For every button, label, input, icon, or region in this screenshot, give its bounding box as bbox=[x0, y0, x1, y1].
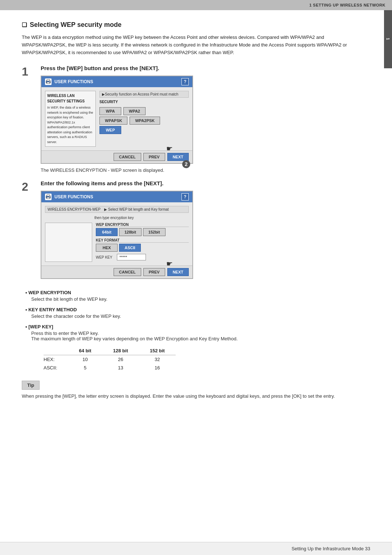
dialog-2: USER FUNCTIONS ? WIRELESS ENCRYPTION-WEP… bbox=[41, 191, 193, 279]
dialog-2-body: WIRELESS ENCRYPTION-WEP ▶ Select WEP bit… bbox=[41, 202, 192, 266]
bullet-desc-3b: The maximum length of WEP key varies dep… bbox=[31, 336, 362, 341]
wep-right-panel: WEP ENCRYPTION 64bit 128bit 152bit KEY F… bbox=[96, 223, 189, 262]
wep-key-input[interactable]: ***** bbox=[117, 254, 146, 260]
key-format-label: KEY FORMAT bbox=[96, 238, 189, 243]
bullet-desc-2: Select the character code for the WEP ke… bbox=[31, 313, 362, 319]
dialog-2-help[interactable]: ? bbox=[181, 193, 189, 200]
td-ascii-label: ASCII: bbox=[44, 364, 68, 372]
prev-button-1[interactable]: PREV bbox=[143, 153, 165, 161]
table-row-hex: HEX: 10 26 32 bbox=[44, 355, 176, 364]
step-1: 1 Press the [WEP] button and press the [… bbox=[22, 65, 362, 173]
wep-key-label: WEP KEY bbox=[96, 255, 114, 259]
step-badge-1: 2 bbox=[182, 160, 190, 168]
step-1-number: 1 bbox=[22, 66, 35, 173]
security-row-1: WPA WPA2 bbox=[99, 107, 189, 115]
bullet-title-2: KEY ENTRY METHOD bbox=[25, 307, 362, 312]
step-2-content: Enter the following items and press the … bbox=[41, 180, 362, 283]
label-title-1: WIRELESS LAN SECURITY SETTINGS bbox=[47, 93, 94, 104]
wpa2psk-button[interactable]: WPA2PSK bbox=[130, 117, 160, 125]
section-heading: Selecting WEP security mode bbox=[22, 21, 362, 29]
wep-info-bar: WIRELESS ENCRYPTION-WEP ▶ Select WEP bit… bbox=[45, 206, 189, 213]
prev-button-2[interactable]: PREV bbox=[143, 268, 165, 276]
dialog-2-header: USER FUNCTIONS ? bbox=[41, 191, 192, 202]
bit-152-button[interactable]: 152bit bbox=[143, 228, 166, 236]
td-hex-64: 10 bbox=[68, 355, 102, 364]
bit-128-button[interactable]: 128bit bbox=[119, 228, 142, 236]
wep-key-row: WEP KEY ***** bbox=[96, 254, 189, 260]
printer-icon-2 bbox=[45, 194, 52, 200]
td-hex-128: 26 bbox=[102, 355, 139, 364]
intro-text: The WEP is a data encryption method usin… bbox=[22, 34, 362, 56]
bit-64-button[interactable]: 64bit bbox=[96, 228, 118, 236]
top-bar-text: 1 SETTING UP WIRELESS NETWORK bbox=[309, 3, 385, 7]
wep-bit-buttons: 64bit 128bit 152bit bbox=[96, 228, 189, 236]
bottom-right: Setting Up the Infrastructure Mode 33 bbox=[291, 546, 370, 551]
wep-info-2: then type encryption key bbox=[94, 216, 189, 220]
table-row-ascii: ASCII: 5 13 16 bbox=[44, 364, 176, 372]
key-length-table: 64 bit 128 bit 152 bit HEX: 10 26 32 ASC… bbox=[44, 347, 176, 372]
security-buttons: WPA WPA2 WPAPSK WPA2PSK WEP bbox=[99, 107, 189, 134]
svg-rect-2 bbox=[47, 82, 50, 84]
wep-button[interactable]: WEP bbox=[99, 126, 121, 134]
security-row-2: WPAPSK WPA2PSK bbox=[99, 117, 189, 125]
top-bar: 1 SETTING UP WIRELESS NETWORK bbox=[0, 0, 392, 10]
td-ascii-64: 5 bbox=[68, 364, 102, 372]
svg-rect-5 bbox=[47, 195, 50, 196]
next-button-1[interactable]: NEXT bbox=[167, 153, 189, 161]
step-2-number: 2 bbox=[22, 181, 35, 283]
bullet-list: WEP ENCRYPTION Select the bit length of … bbox=[25, 290, 362, 341]
th-128bit: 128 bit bbox=[102, 347, 139, 355]
bullet-desc-3a: Press this to enter the WEP key. bbox=[31, 331, 362, 336]
tip-text: When pressing the [WEP], the letter entr… bbox=[22, 393, 362, 400]
chapter-number: 1 bbox=[386, 38, 390, 40]
wep-left-text bbox=[47, 225, 90, 228]
dialog-1-header: USER FUNCTIONS ? bbox=[41, 76, 192, 87]
bullet-wep-encryption: WEP ENCRYPTION Select the bit length of … bbox=[25, 290, 362, 302]
wpapsk-button[interactable]: WPAPSK bbox=[99, 117, 127, 125]
info-bar-1: ▶Security function on Access Point must … bbox=[99, 91, 189, 98]
cancel-button-2[interactable]: CANCEL bbox=[114, 268, 141, 276]
wpa-button[interactable]: WPA bbox=[99, 107, 121, 115]
wep-label-area: WEP ENCRYPTION 64bit 128bit 152bit KEY F… bbox=[45, 223, 189, 262]
bullet-key-entry: KEY ENTRY METHOD Select the character co… bbox=[25, 307, 362, 319]
next-button-2[interactable]: NEXT bbox=[167, 268, 189, 276]
hex-button[interactable]: HEX bbox=[96, 244, 118, 252]
dialog-1-label: WIRELESS LAN SECURITY SETTINGS In WEP, t… bbox=[45, 91, 96, 147]
bullet-title-1: WEP ENCRYPTION bbox=[25, 290, 362, 295]
key-format-buttons: HEX ASCII bbox=[96, 244, 189, 252]
svg-point-7 bbox=[49, 196, 50, 197]
dialog-1: USER FUNCTIONS ? WIRELESS LAN SECURITY S… bbox=[41, 76, 193, 164]
step-1-desc: The WIRELESS ENCRYPTION - WEP screen is … bbox=[41, 167, 362, 173]
dialog-1-right: ▶Security function on Access Point must … bbox=[99, 91, 189, 147]
step-2-title: Enter the following items and press the … bbox=[41, 180, 362, 186]
cursor-icon-1: ☛ bbox=[166, 144, 173, 153]
bullet-title-3: [WEP KEY] bbox=[25, 324, 362, 329]
th-64bit: 64 bit bbox=[68, 347, 102, 355]
wpa2-button[interactable]: WPA2 bbox=[123, 107, 146, 115]
dialog-2-title: USER FUNCTIONS bbox=[54, 194, 93, 199]
cancel-button-1[interactable]: CANCEL bbox=[114, 153, 141, 161]
label-body-1: In WEP, the data of a wireless network i… bbox=[47, 105, 94, 145]
wep-encryption-label: WEP ENCRYPTION bbox=[96, 223, 189, 227]
dialog-1-title: USER FUNCTIONS bbox=[54, 79, 93, 84]
td-ascii-128: 13 bbox=[102, 364, 139, 372]
wep-left-panel bbox=[45, 223, 92, 262]
td-hex-152: 32 bbox=[139, 355, 176, 364]
security-label: SECURITY bbox=[99, 100, 189, 104]
ascii-button[interactable]: ASCII bbox=[119, 244, 141, 252]
step-1-content: Press the [WEP] button and press the [NE… bbox=[41, 65, 362, 173]
cursor-icon-2: ☛ bbox=[166, 259, 173, 268]
svg-rect-1 bbox=[47, 80, 50, 81]
step-1-title: Press the [WEP] button and press the [NE… bbox=[41, 65, 362, 71]
dialog-1-help[interactable]: ? bbox=[181, 78, 189, 85]
td-hex-label: HEX: bbox=[44, 355, 68, 364]
bottom-bar: Setting Up the Infrastructure Mode 33 bbox=[0, 542, 392, 555]
security-row-3: WEP bbox=[99, 126, 189, 134]
printer-icon bbox=[45, 78, 52, 85]
step-2: 2 Enter the following items and press th… bbox=[22, 180, 362, 283]
tip-box: Tip bbox=[22, 381, 40, 390]
bullet-desc-1: Select the bit length of the WEP key. bbox=[31, 296, 362, 302]
dialog-1-body: WIRELESS LAN SECURITY SETTINGS In WEP, t… bbox=[41, 87, 192, 150]
th-empty bbox=[44, 347, 68, 355]
wep-label: WIRELESS ENCRYPTION-WEP bbox=[48, 207, 101, 211]
